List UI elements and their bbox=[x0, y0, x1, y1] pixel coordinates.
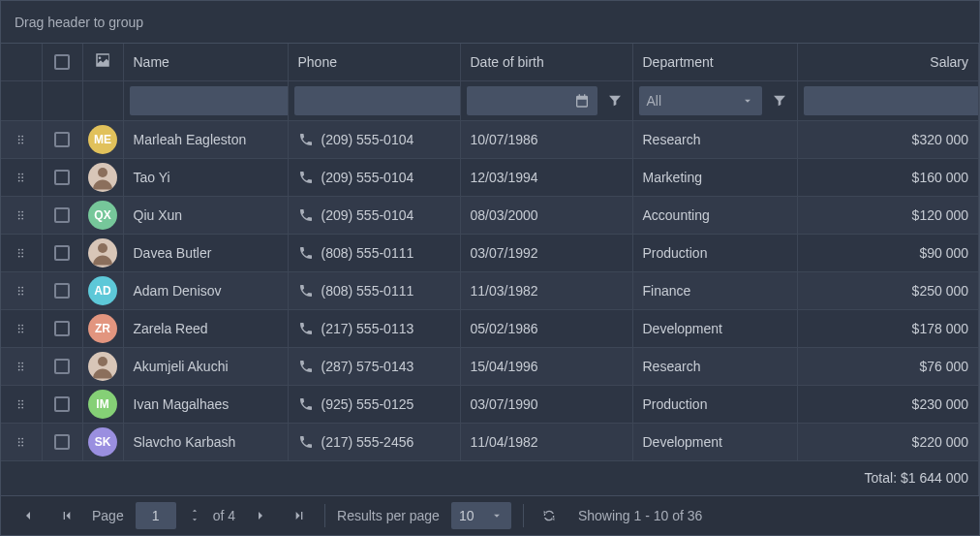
first-page-button[interactable] bbox=[53, 502, 80, 529]
total-label: Total: $1 644 000 bbox=[1, 460, 979, 495]
group-by-bar[interactable]: Drag header to group bbox=[1, 1, 979, 44]
drag-handle[interactable] bbox=[1, 435, 42, 449]
drag-handle[interactable] bbox=[1, 284, 42, 298]
cell-phone: (209) 555-0104 bbox=[298, 170, 450, 185]
filter-row: All bbox=[1, 80, 979, 120]
cell-dob: 15/04/1996 bbox=[460, 347, 632, 385]
row-checkbox[interactable] bbox=[54, 321, 70, 336]
page-number-input[interactable] bbox=[136, 502, 176, 529]
phone-icon bbox=[298, 321, 314, 336]
header-drag bbox=[1, 44, 42, 80]
refresh-button[interactable] bbox=[536, 502, 563, 529]
table-row[interactable]: IMIvan Magalhaes(925) 555-012503/07/1990… bbox=[1, 385, 979, 423]
page-total-label: of 4 bbox=[213, 508, 235, 523]
row-checkbox[interactable] bbox=[54, 170, 70, 185]
cell-salary: $220 000 bbox=[797, 423, 979, 460]
cell-department: Finance bbox=[632, 271, 797, 309]
phone-icon bbox=[298, 207, 314, 223]
row-checkbox[interactable] bbox=[54, 434, 70, 450]
cell-salary: $320 000 bbox=[797, 120, 979, 158]
row-checkbox[interactable] bbox=[54, 359, 70, 374]
page-spinner-down[interactable] bbox=[188, 516, 201, 524]
row-checkbox[interactable] bbox=[54, 245, 70, 261]
header-name[interactable]: Name bbox=[123, 44, 288, 80]
chevron-down-icon bbox=[741, 94, 754, 108]
calendar-icon bbox=[574, 93, 590, 109]
cell-salary: $160 000 bbox=[797, 158, 979, 196]
header-salary[interactable]: Salary bbox=[797, 44, 979, 80]
drag-handle[interactable] bbox=[1, 246, 42, 260]
table-row[interactable]: Akumjeli Akuchi(287) 575-014315/04/1996R… bbox=[1, 347, 979, 385]
cell-name: Davea Butler bbox=[123, 234, 288, 271]
row-checkbox[interactable] bbox=[54, 132, 70, 147]
phone-icon bbox=[298, 170, 314, 185]
drag-handle[interactable] bbox=[1, 360, 42, 373]
filter-dept-button[interactable] bbox=[768, 86, 791, 115]
filter-dob-input[interactable] bbox=[467, 86, 597, 115]
cell-department: Marketing bbox=[632, 158, 797, 196]
phone-icon bbox=[298, 283, 314, 299]
cell-name: Adam Denisov bbox=[123, 271, 288, 309]
last-page-button[interactable] bbox=[286, 502, 313, 529]
results-per-page-select[interactable]: 10 bbox=[451, 502, 511, 529]
avatar bbox=[88, 352, 117, 381]
phone-icon bbox=[298, 359, 314, 374]
cell-department: Accounting bbox=[632, 196, 797, 234]
page-label: Page bbox=[92, 508, 124, 523]
row-checkbox[interactable] bbox=[54, 396, 70, 412]
table-row[interactable]: SKSlavcho Karbash(217) 555-245611/04/198… bbox=[1, 423, 979, 460]
table-row[interactable]: ADAdam Denisov(808) 555-011111/03/1982Fi… bbox=[1, 271, 979, 309]
cell-name: Tao Yi bbox=[123, 158, 288, 196]
cell-salary: $120 000 bbox=[797, 196, 979, 234]
drag-handle[interactable] bbox=[1, 322, 42, 335]
filter-phone-input[interactable] bbox=[294, 86, 461, 115]
cell-phone: (925) 555-0125 bbox=[298, 396, 450, 412]
cell-phone: (217) 555-2456 bbox=[298, 434, 450, 450]
filter-salary-input[interactable] bbox=[804, 86, 979, 115]
avatar: QX bbox=[88, 201, 117, 230]
next-page-button[interactable] bbox=[247, 502, 274, 529]
drag-handle[interactable] bbox=[1, 171, 42, 184]
filter-dob-button[interactable] bbox=[603, 86, 627, 115]
image-icon bbox=[94, 51, 111, 69]
cell-name: Marleah Eagleston bbox=[123, 120, 288, 158]
filter-dept-value: All bbox=[647, 93, 662, 109]
prev-page-button[interactable] bbox=[15, 502, 42, 529]
cell-phone: (808) 555-0111 bbox=[298, 283, 450, 299]
phone-icon bbox=[298, 396, 314, 412]
cell-phone: (209) 555-0104 bbox=[298, 132, 450, 147]
filter-dept-select[interactable]: All bbox=[639, 86, 762, 115]
cell-department: Development bbox=[632, 309, 797, 347]
table-row[interactable]: MEMarleah Eagleston(209) 555-010410/07/1… bbox=[1, 120, 979, 158]
phone-icon bbox=[298, 132, 314, 147]
cell-phone: (287) 575-0143 bbox=[298, 359, 450, 374]
avatar bbox=[88, 238, 117, 268]
cell-salary: $230 000 bbox=[797, 385, 979, 423]
cell-name: Ivan Magalhaes bbox=[123, 385, 288, 423]
cell-name: Qiu Xun bbox=[123, 196, 288, 234]
avatar: SK bbox=[88, 427, 117, 457]
drag-handle[interactable] bbox=[1, 133, 42, 146]
header-checkbox[interactable] bbox=[42, 44, 82, 80]
cell-department: Production bbox=[632, 385, 797, 423]
filter-name-input[interactable] bbox=[130, 86, 289, 115]
cell-dob: 05/02/1986 bbox=[460, 309, 632, 347]
cell-name: Akumjeli Akuchi bbox=[123, 347, 288, 385]
header-department[interactable]: Department bbox=[632, 44, 797, 80]
header-phone[interactable]: Phone bbox=[288, 44, 460, 80]
header-dob[interactable]: Date of birth bbox=[460, 44, 632, 80]
table-row[interactable]: QXQiu Xun(209) 555-010408/03/2000Account… bbox=[1, 196, 979, 234]
cell-department: Research bbox=[632, 347, 797, 385]
cell-phone: (808) 555-0111 bbox=[298, 245, 450, 261]
row-checkbox[interactable] bbox=[54, 283, 70, 299]
table-row[interactable]: Tao Yi(209) 555-010412/03/1994Marketing$… bbox=[1, 158, 979, 196]
row-checkbox[interactable] bbox=[54, 207, 70, 223]
table-row[interactable]: ZRZarela Reed(217) 555-011305/02/1986Dev… bbox=[1, 309, 979, 347]
cell-salary: $76 000 bbox=[797, 347, 979, 385]
drag-handle[interactable] bbox=[1, 208, 42, 222]
table-row[interactable]: Davea Butler(808) 555-011103/07/1992Prod… bbox=[1, 234, 979, 271]
drag-handle[interactable] bbox=[1, 397, 42, 411]
chevron-down-icon bbox=[490, 509, 504, 522]
total-row: Total: $1 644 000 bbox=[1, 460, 979, 495]
cell-dob: 12/03/1994 bbox=[460, 158, 632, 196]
